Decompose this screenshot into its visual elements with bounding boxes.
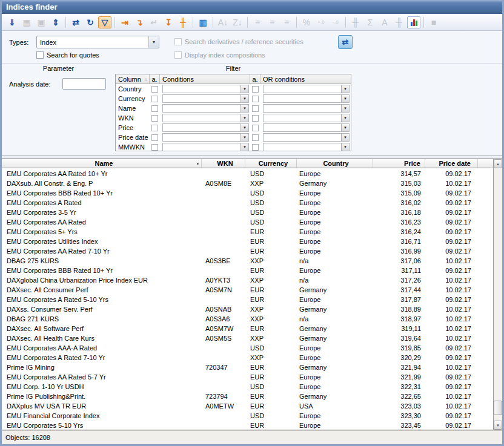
or-conditions-dropdown[interactable]: ▼ — [263, 133, 350, 142]
checkbox-icon[interactable] — [151, 86, 158, 93]
scroll-down-button[interactable]: ▼ — [494, 421, 502, 430]
table-cell: 723794 — [202, 392, 245, 401]
grid-body: EMU Corporates AA Rated 10+ YrUSDEurope3… — [2, 169, 493, 430]
table-row[interactable]: DAXsub. All Constr. & Eng. PA0SM8EXXPGer… — [2, 179, 493, 188]
row-settings-icon: ╫ — [393, 16, 406, 28]
table-row[interactable]: EMU Corporates AAA-A RatedUSDEurope319,8… — [2, 343, 493, 353]
scrollbar-thumb[interactable] — [494, 401, 502, 415]
fit-width-icon[interactable]: ⇄ — [69, 16, 82, 28]
refresh-button[interactable]: ⇄ — [338, 35, 353, 49]
table-cell — [202, 188, 245, 198]
table-row[interactable]: EMU Corporates AA Rated 7-10 YrEUREurope… — [2, 246, 493, 256]
or-conditions-dropdown[interactable]: ▼ — [263, 94, 350, 103]
or-conditions-dropdown[interactable]: ▼ — [263, 114, 350, 122]
table-cell: 10.02.17 — [425, 324, 478, 333]
table-row[interactable]: Prime IG Mining720347EURGermany321,9410.… — [2, 362, 493, 372]
column-header-price[interactable]: Price — [373, 159, 425, 168]
conditions-dropdown[interactable]: ▼ — [162, 123, 249, 132]
apply-filter-row-icon[interactable]: ↧ — [162, 16, 175, 28]
table-row[interactable]: EMU Corporates 5-10 YrsEUREurope323,4509… — [2, 421, 493, 430]
fit-height-icon[interactable]: ⇕ — [49, 16, 62, 28]
filter-icon[interactable]: ▽ — [98, 16, 111, 28]
table-row[interactable]: DBAG 275 KURSA0S3BEXXPn/a317,0610.02.17 — [2, 256, 493, 266]
table-row[interactable]: DBAG 271 KURSA0S3A6XXPn/a318,9710.02.17 — [2, 314, 493, 324]
table-row[interactable]: DAXsec. All Health Care KursA0SM5SXXPGer… — [2, 333, 493, 343]
column-settings-icon[interactable]: ╫ — [176, 16, 190, 28]
table-cell: USD — [245, 208, 297, 217]
or-conditions-dropdown[interactable]: ▼ — [263, 85, 350, 93]
conditions-dropdown[interactable]: ▼ — [162, 133, 249, 142]
refresh-view-icon[interactable]: ↻ — [84, 16, 97, 28]
checkbox-icon[interactable] — [252, 105, 259, 112]
types-dropdown[interactable]: Index ▼ — [36, 36, 159, 48]
grid-header: Name▪WKNCurrencyCountryPricePrice date — [2, 159, 502, 168]
table-row[interactable]: EMU Corporates A Rated 7-10 YrXXPEurope3… — [2, 353, 493, 362]
vertical-scrollbar[interactable]: ▲ ▼ — [493, 159, 502, 430]
table-row[interactable]: EMU Corporates AA Rated 10+ YrUSDEurope3… — [2, 169, 493, 179]
column-header-price-date[interactable]: Price date — [425, 159, 478, 168]
conditions-dropdown[interactable]: ▼ — [162, 94, 249, 103]
table-cell: 720347 — [202, 362, 245, 372]
table-row[interactable]: EMU Financial Corporate IndexUSDEurope32… — [2, 411, 493, 421]
table-row[interactable]: DAXsec. All Software PerfA0SM7WEURGerman… — [2, 324, 493, 333]
or-conditions-dropdown[interactable]: ▼ — [263, 143, 350, 151]
table-cell: 316,99 — [373, 246, 425, 256]
checkbox-icon[interactable] — [151, 105, 158, 112]
table-row[interactable]: EMU Corporates Utilities IndexEUREurope3… — [2, 237, 493, 246]
column-header-currency[interactable]: Currency — [245, 159, 297, 168]
conditions-dropdown[interactable]: ▼ — [162, 114, 249, 122]
table-row[interactable]: DAXsec. All Consumer PerfA0SM7NEURGerman… — [2, 285, 493, 295]
table-cell: 09.02.17 — [425, 295, 478, 304]
restore-icon: ▣ — [35, 16, 48, 28]
chart-icon[interactable] — [407, 16, 420, 28]
scroll-up-button[interactable]: ▲ — [494, 159, 502, 168]
remove-decimals-icon: -.0 — [329, 16, 342, 28]
table-row[interactable]: EMU Corporates AA Rated 5-7 YrEUREurope3… — [2, 372, 493, 382]
search-for-quotes-checkbox[interactable]: Search for quotes — [36, 51, 99, 59]
table-row[interactable]: EMU Corporates A Rated 5-10 YrsEUREurope… — [2, 295, 493, 304]
table-cell: A0S3BE — [202, 256, 245, 266]
checkbox-icon[interactable] — [252, 96, 259, 102]
auto-fit-columns-icon[interactable]: ▥ — [196, 16, 210, 28]
table-cell — [478, 362, 493, 372]
checkbox-icon[interactable] — [252, 86, 259, 93]
insert-column-icon[interactable]: ⇥ — [118, 16, 131, 28]
column-header-country[interactable]: Country — [297, 159, 373, 168]
checkbox-icon[interactable] — [252, 144, 259, 151]
checkbox-icon[interactable] — [151, 125, 158, 131]
table-row[interactable]: EMU Corporates BBB Rated 10+ YrEUREurope… — [2, 266, 493, 275]
lock-columns-icon: ╫ — [349, 16, 362, 28]
scrollbar-track[interactable] — [494, 168, 502, 421]
conditions-dropdown[interactable]: ▼ — [162, 104, 249, 113]
filter-conditions-cell: ▼ — [160, 103, 250, 113]
column-header-wkn[interactable]: WKN — [202, 159, 245, 168]
checkbox-icon[interactable] — [151, 134, 158, 141]
checkbox-icon[interactable] — [252, 125, 259, 131]
add-to-list-icon[interactable]: ⇓ — [5, 16, 19, 28]
table-row[interactable]: EMU Corp. 1-10 Yr USDHUSDEurope322,3109.… — [2, 382, 493, 392]
checkbox-icon[interactable] — [252, 134, 259, 141]
or-conditions-dropdown[interactable]: ▼ — [263, 104, 350, 113]
checkbox-icon[interactable] — [151, 115, 158, 122]
checkbox-icon[interactable] — [252, 115, 259, 122]
conditions-dropdown[interactable]: ▼ — [162, 85, 249, 93]
conditions-dropdown[interactable]: ▼ — [162, 143, 249, 151]
table-cell: 317,11 — [373, 266, 425, 275]
analysis-date-input[interactable] — [62, 78, 106, 90]
insert-row-icon[interactable]: ↴ — [133, 16, 146, 28]
table-row[interactable]: EMU Corporates 3-5 YrUSDEurope316,1809.0… — [2, 208, 493, 217]
window-title: Indices finder — [6, 2, 58, 11]
table-row[interactable]: DAXglobal China Urbanization Price Index… — [2, 275, 493, 285]
or-conditions-dropdown[interactable]: ▼ — [263, 123, 350, 132]
table-row[interactable]: EMU Corporates BBB Rated 10+ YrUSDEurope… — [2, 188, 493, 198]
filter-column-header[interactable]: Column ▵ — [116, 74, 150, 84]
table-row[interactable]: DAXplus MV USA TR EURA0METWEURUSA323,031… — [2, 401, 493, 411]
table-row[interactable]: EMU Corporates AA RatedUSDEurope316,2309… — [2, 217, 493, 227]
checkbox-icon[interactable] — [151, 144, 158, 151]
table-row[interactable]: EMU Corporates 5+ YrsEUREurope316,2409.0… — [2, 227, 493, 237]
table-row[interactable]: EMU Corporates A RatedUSDEurope316,0209.… — [2, 198, 493, 208]
column-header-name[interactable]: Name▪ — [2, 159, 202, 168]
checkbox-icon[interactable] — [151, 96, 158, 102]
table-row[interactable]: DAXss. Consumer Serv. PerfA0SNABXXPGerma… — [2, 304, 493, 314]
table-row[interactable]: Prime IG Publishing&Print.723794EURGerma… — [2, 392, 493, 401]
